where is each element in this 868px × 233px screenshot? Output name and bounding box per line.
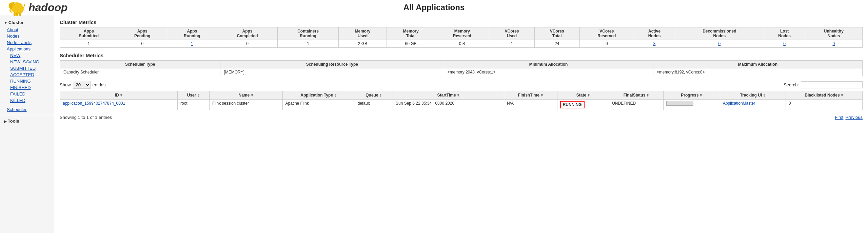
val-vcores-reserved: 0 (579, 40, 634, 48)
col-vcores-total: VCoresTotal (534, 27, 579, 40)
sidebar-item-new[interactable]: NEW (0, 52, 54, 59)
sidebar-item-about[interactable]: About (0, 26, 54, 33)
col-vcores-reserved: VCoresReserved (579, 27, 634, 40)
col-user[interactable]: User (177, 91, 209, 100)
tracking-ui-link[interactable]: ApplicationMaster (723, 101, 755, 106)
col-queue[interactable]: Queue (355, 91, 393, 100)
col-memory-total: MemoryTotal (387, 27, 435, 40)
show-label: Show (60, 82, 71, 87)
col-lost-nodes: LostNodes (764, 27, 805, 40)
val-memory-reserved: 0 B (435, 40, 489, 48)
apps-running-link[interactable]: 1 (191, 41, 193, 46)
svg-rect-8 (16, 13, 18, 16)
col-apps-submitted: AppsSubmitted (60, 27, 118, 40)
logo-area: hadoop (7, 0, 68, 17)
previous-btn[interactable]: Previous (845, 115, 863, 120)
app-id-link[interactable]: application_1599402747874_0001 (63, 101, 125, 106)
scheduler-metrics-title: Scheduler Metrics (60, 52, 863, 58)
val-containers-running: 1 (278, 40, 339, 48)
table-row: application_1599402747874_0001 root Flin… (60, 100, 863, 110)
search-input[interactable] (801, 81, 863, 88)
sidebar-item-nodes[interactable]: Nodes (0, 33, 54, 39)
active-nodes-link[interactable]: 3 (653, 41, 656, 46)
col-apps-completed: AppsCompleted (217, 27, 277, 40)
val-decommissioned-nodes: 0 (675, 40, 764, 48)
cluster-metrics-title: Cluster Metrics (60, 19, 863, 25)
entries-select[interactable]: 20 50 100 (73, 81, 91, 89)
col-id[interactable]: ID (60, 91, 178, 100)
state-badge: RUNNING (560, 101, 585, 108)
unhealthy-link[interactable]: 0 (833, 41, 835, 46)
val-active-nodes: 3 (634, 40, 675, 48)
table-controls: Show 20 50 100 entries Search: (60, 81, 863, 89)
val-memory-used: 2 GB (338, 40, 387, 48)
svg-point-4 (14, 3, 15, 4)
col-minimum-allocation: Minimum Allocation (444, 61, 653, 68)
page-wrapper: hadoop All Applications Cluster About No… (0, 0, 868, 233)
col-containers-running: ContainersRunning (278, 27, 339, 40)
scheduler-header-row: Scheduler Type Scheduling Resource Type … (60, 61, 863, 68)
progress-bar-container (666, 101, 693, 106)
col-vcores-used: VCoresUsed (489, 27, 534, 40)
content-area: Cluster About Nodes Node Labels Applicat… (0, 15, 868, 233)
val-apps-completed: 0 (217, 40, 277, 48)
scheduler-data-row: Capacity Scheduler [MEMORY] <memory:2048… (60, 68, 863, 76)
sidebar-item-node-labels[interactable]: Node Labels (0, 39, 54, 46)
val-apps-submitted: 1 (60, 40, 118, 48)
sidebar-item-running[interactable]: RUNNING (0, 78, 54, 84)
sidebar-item-failed[interactable]: FAILED (0, 91, 54, 97)
col-final-status[interactable]: FinalStatus (609, 91, 663, 100)
sidebar-item-new-saving[interactable]: NEW_SAVING (0, 59, 54, 65)
col-app-type[interactable]: Application Type (282, 91, 355, 100)
page-title: All Applications (403, 3, 465, 12)
col-state[interactable]: State (557, 91, 609, 100)
val-unhealthy-nodes: 0 (805, 40, 862, 48)
svg-point-5 (14, 3, 15, 3)
sidebar-item-killed[interactable]: KILLED (0, 97, 54, 104)
col-blacklisted-nodes[interactable]: Blacklisted Nodes (786, 91, 862, 100)
cell-app-type: Apache Flink (282, 100, 355, 110)
applications-table: ID User Name Application Type Queue Star… (60, 91, 863, 110)
val-vcores-total: 24 (534, 40, 579, 48)
decommissioned-link[interactable]: 0 (718, 41, 721, 46)
show-entries-control: Show 20 50 100 entries (60, 81, 106, 89)
cell-state: RUNNING (557, 100, 609, 110)
lost-nodes-link[interactable]: 0 (783, 41, 786, 46)
sidebar-item-scheduler[interactable]: Scheduler (0, 106, 54, 113)
val-vcores-used: 1 (489, 40, 534, 48)
cell-user: root (177, 100, 209, 110)
svg-rect-7 (14, 13, 16, 16)
cluster-metrics-table: AppsSubmitted AppsPending AppsRunning Ap… (60, 27, 863, 48)
cell-id: application_1599402747874_0001 (60, 100, 178, 110)
main-content: Cluster Metrics AppsSubmitted AppsPendin… (54, 15, 868, 233)
logo-text: hadoop (28, 1, 68, 14)
search-label: Search: (784, 82, 799, 87)
col-tracking-ui[interactable]: Tracking UI (720, 91, 786, 100)
val-maximum-allocation: <memory:8192, vCores:8> (653, 68, 862, 76)
cell-tracking-ui: ApplicationMaster (720, 100, 786, 110)
hadoop-logo-icon (7, 0, 27, 17)
cell-start-time: Sun Sep 6 22:35:34 +0800 2020 (393, 100, 504, 110)
col-scheduler-type: Scheduler Type (60, 61, 220, 68)
sidebar-cluster-section: Cluster About Nodes Node Labels Applicat… (0, 19, 54, 113)
col-scheduling-resource-type: Scheduling Resource Type (220, 61, 444, 68)
col-name[interactable]: Name (209, 91, 282, 100)
sidebar-item-finished[interactable]: FINISHED (0, 84, 54, 91)
first-btn[interactable]: First (835, 115, 843, 120)
sidebar-item-applications[interactable]: Applications (0, 46, 54, 52)
entries-label: entries (93, 82, 106, 87)
cell-name: Flink session cluster (209, 100, 282, 110)
col-progress[interactable]: Progress (663, 91, 720, 100)
sidebar-item-submitted[interactable]: SUBMITTED (0, 65, 54, 71)
showing-info: Showing 1 to 1 of 1 entries (60, 113, 112, 121)
cell-queue: default (355, 100, 393, 110)
table-footer: Showing 1 to 1 of 1 entries First Previo… (60, 113, 863, 121)
val-apps-pending: 0 (118, 40, 167, 48)
col-start-time[interactable]: StartTime (393, 91, 504, 100)
sidebar-cluster-title[interactable]: Cluster (0, 19, 54, 26)
sidebar-item-accepted[interactable]: ACCEPTED (0, 71, 54, 78)
sidebar-tools-title[interactable]: Tools (0, 117, 54, 125)
col-maximum-allocation: Maximum Allocation (653, 61, 862, 68)
val-lost-nodes: 0 (764, 40, 805, 48)
col-finish-time[interactable]: FinishTime (504, 91, 557, 100)
